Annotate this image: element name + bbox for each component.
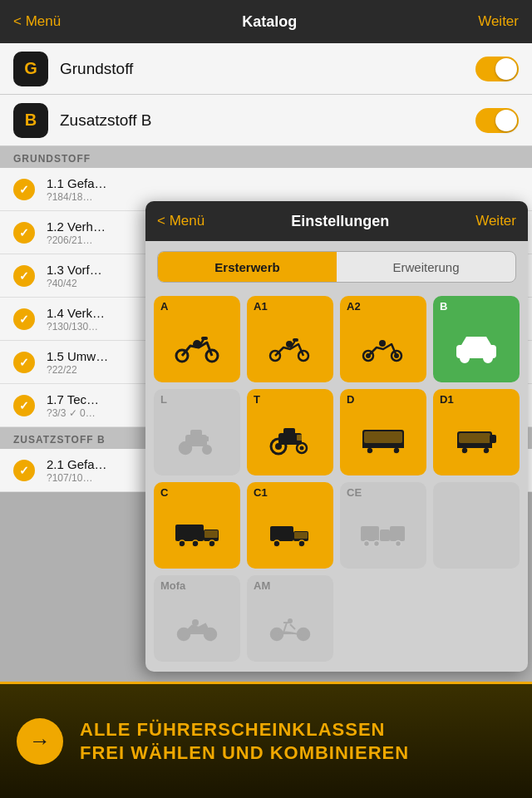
- row-1-5-sub: ?22/22: [47, 364, 108, 376]
- license-type-segment[interactable]: Ersterwerb Erweiterung: [157, 251, 516, 283]
- svg-rect-46: [270, 526, 293, 541]
- check-1-5: [13, 352, 35, 373]
- svg-rect-53: [381, 530, 389, 537]
- license-cell-C1[interactable]: C1: [247, 482, 333, 569]
- check-1-1: [13, 179, 35, 200]
- check-1-2: [13, 222, 35, 244]
- license-cell-T[interactable]: T: [247, 389, 333, 475]
- svg-point-60: [192, 619, 199, 626]
- svg-rect-51: [361, 526, 379, 541]
- katalog-toggle-list: G Grundstoff B Zusatzstoff B: [0, 43, 532, 146]
- segment-ersterwerb[interactable]: Ersterwerb: [158, 252, 337, 282]
- einstellungen-back-button[interactable]: < Menü: [157, 213, 204, 229]
- svg-point-37: [483, 447, 490, 454]
- license-label-L: L: [160, 394, 167, 406]
- svg-point-45: [209, 540, 215, 547]
- license-cell-AM[interactable]: AM: [247, 575, 333, 662]
- svg-point-36: [461, 447, 468, 454]
- svg-point-63: [288, 618, 293, 623]
- svg-point-14: [461, 354, 469, 362]
- segment-erweiterung[interactable]: Erweiterung: [337, 252, 515, 282]
- row-1-7-sub: ?3/3 ✓ 0…: [47, 407, 99, 419]
- row-1-3-sub: ?40/42: [47, 278, 102, 289]
- check-1-3: [13, 265, 35, 287]
- license-icon-D1: [453, 407, 500, 472]
- svg-rect-40: [175, 525, 204, 541]
- zusatzstoff-item: B Zusatzstoff B: [0, 95, 532, 146]
- katalog-navbar: < Menü Katalog Weiter: [0, 0, 532, 43]
- license-label-B: B: [440, 301, 447, 313]
- grundstoff-section-header: GRUNDSTOFF: [0, 146, 532, 168]
- row-1-1-sub: ?184/18…: [47, 191, 107, 203]
- grundstoff-label: Grundstoff: [60, 60, 475, 78]
- zusatzstoff-label: Zusatzstoff B: [60, 111, 475, 130]
- svg-rect-35: [459, 433, 490, 443]
- license-icon-A: [174, 314, 220, 379]
- check-2-1: [13, 460, 35, 481]
- license-cell-A2[interactable]: A2: [340, 296, 426, 382]
- svg-point-11: [366, 353, 371, 358]
- svg-point-18: [203, 446, 211, 454]
- zusatzstoff-toggle[interactable]: [475, 108, 519, 133]
- svg-rect-48: [294, 532, 308, 539]
- license-icon-L: [174, 407, 220, 472]
- einstellungen-next-button[interactable]: Weiter: [475, 213, 516, 229]
- license-icon-C1: [267, 500, 313, 565]
- license-cell-D[interactable]: D: [340, 389, 426, 475]
- svg-point-10: [379, 340, 386, 347]
- svg-rect-28: [297, 435, 305, 441]
- katalog-next-button[interactable]: Weiter: [478, 13, 519, 30]
- katalog-back-button[interactable]: < Menü: [13, 13, 61, 30]
- license-cell-L[interactable]: L: [154, 389, 240, 475]
- banner-arrow: →: [17, 718, 63, 765]
- svg-rect-7: [293, 338, 298, 342]
- svg-point-55: [364, 541, 370, 547]
- svg-point-32: [393, 447, 400, 454]
- check-1-7: [13, 395, 35, 416]
- license-icon-D: [360, 407, 406, 472]
- row-2-1-sub: ?107/10…: [47, 472, 107, 484]
- svg-rect-42: [204, 530, 218, 538]
- svg-rect-27: [283, 428, 295, 436]
- check-1-4: [13, 308, 35, 330]
- license-cell-C[interactable]: C: [154, 482, 240, 569]
- license-label-AM: AM: [254, 580, 270, 592]
- license-label-D: D: [347, 394, 354, 406]
- row-1-3-main: 1.3 Vorf…: [47, 263, 102, 278]
- row-1-5-main: 1.5 Umw…: [47, 349, 108, 364]
- banner-text: ALLE FÜHRERSCHEINKLASSEN FREI WÄHLEN UND…: [80, 718, 409, 764]
- license-icon-CE: [360, 500, 406, 565]
- svg-point-56: [374, 541, 380, 547]
- license-cell-Mofa[interactable]: Mofa: [154, 575, 240, 662]
- license-cell-CE[interactable]: CE: [340, 482, 426, 569]
- banner-line1: ALLE FÜHRERSCHEINKLASSEN: [80, 718, 409, 741]
- row-2-1-main: 2.1 Gefa…: [47, 457, 107, 472]
- license-icon-C: [174, 500, 220, 565]
- svg-point-50: [298, 540, 305, 547]
- svg-point-43: [179, 540, 185, 547]
- grundstoff-toggle[interactable]: [475, 57, 519, 81]
- license-label-A: A: [160, 301, 168, 313]
- row-1-4-sub: ?130/130…: [47, 321, 105, 332]
- row-1-7-main: 1.7 Tec…: [47, 392, 99, 407]
- svg-rect-21: [202, 436, 209, 441]
- license-icon-AM: [267, 594, 313, 658]
- svg-rect-20: [190, 430, 202, 438]
- license-icon-Mofa: [174, 594, 220, 658]
- license-label-T: T: [254, 394, 260, 406]
- license-cell-D1[interactable]: D1: [433, 389, 520, 475]
- row-1-2-sub: ?206/21…: [47, 234, 106, 246]
- svg-rect-30: [364, 431, 402, 443]
- row-1-1-main: 1.1 Gefa…: [47, 176, 107, 191]
- svg-point-12: [394, 353, 399, 358]
- svg-rect-39: [490, 435, 496, 443]
- svg-rect-3: [201, 337, 208, 340]
- license-cell-A1[interactable]: A1: [247, 296, 333, 382]
- license-cell-A[interactable]: A: [154, 296, 240, 382]
- license-label-CE: CE: [347, 487, 362, 499]
- license-label-A1: A1: [254, 301, 268, 313]
- svg-rect-33: [362, 445, 404, 448]
- svg-point-49: [273, 540, 280, 547]
- license-cell-B[interactable]: B: [433, 296, 520, 382]
- grundstoff-icon: G: [13, 52, 48, 86]
